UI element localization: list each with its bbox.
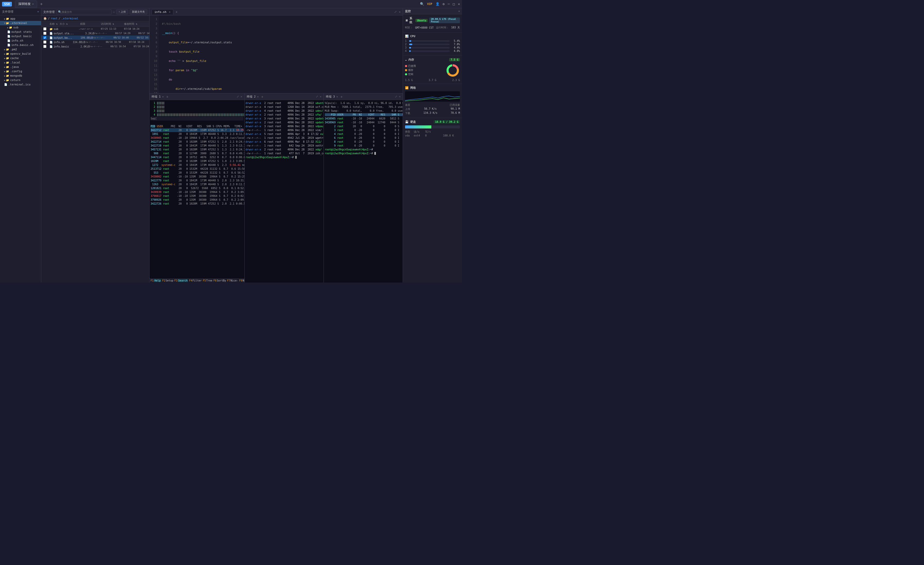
monitor-timezone-row: 时区： GMT+0800 CST 运行时间： 103 天 xyxy=(405,26,460,29)
term3-expand-icon[interactable]: ⤢ xyxy=(395,95,397,98)
editor-close-icon[interactable]: ✕ xyxy=(399,10,400,14)
path-xterminal[interactable]: .xterminal xyxy=(62,17,78,20)
close-btn[interactable]: ✕ xyxy=(458,2,460,6)
term1-expand-icon[interactable]: ⤢ xyxy=(237,95,239,98)
fkey-f5[interactable]: F5Tree xyxy=(203,279,212,282)
row-checkbox[interactable] xyxy=(44,32,46,35)
col-access[interactable]: 访问时间 ⇅ xyxy=(101,22,124,26)
sidebar-item-output-stats[interactable]: 📄 output stats xyxy=(0,30,41,34)
bookmark-icon[interactable]: ☆ xyxy=(113,11,115,14)
term3-dot[interactable]: × xyxy=(336,95,338,98)
row-checkbox[interactable] xyxy=(44,27,46,30)
term2-content[interactable]: drwxr-xr-x 2 root root 4096 Dec 28 2022 … xyxy=(244,100,324,282)
code-content[interactable]: #!/bin/bash __main() { output_file=~/.xt… xyxy=(159,15,403,93)
editor-tab-info-sh[interactable]: info.sh × xyxy=(152,9,173,15)
term3-add-btn[interactable]: + xyxy=(340,95,342,99)
tab-close-btn[interactable]: × xyxy=(32,3,34,5)
sidebar-item-mongodb[interactable]: ▶ 📁 mongodb xyxy=(0,74,41,78)
editor-expand-icon[interactable]: ⤢ xyxy=(394,10,397,14)
table-row[interactable]: 📄 info.sh 334.0BiB rw-r--r-- 08/16 16:56… xyxy=(41,40,149,44)
folder-open-icon: 📂 xyxy=(6,22,9,24)
col-name[interactable]: 名称 ⇅ xyxy=(50,22,60,26)
path-root[interactable]: root xyxy=(51,17,58,20)
monitor-title: 监控 xyxy=(405,9,411,13)
new-folder-btn[interactable]: 新建文件夹 xyxy=(130,9,147,15)
uptime-label: 运行时间： xyxy=(436,26,449,29)
row-checkbox[interactable] xyxy=(44,45,46,48)
term2-close-icon[interactable]: ✕ xyxy=(320,95,321,98)
fkey-f2[interactable]: F2Setup xyxy=(162,279,173,282)
col-modify[interactable]: 修改时间 ⇅ xyxy=(124,22,147,26)
editor-add-tab-btn[interactable]: + xyxy=(176,10,177,14)
sidebar-item-sub[interactable]: ▶ 📁 sub xyxy=(0,25,41,30)
sidebar-item-app[interactable]: ▶ 📁 app xyxy=(0,17,41,21)
sidebar-item-pm2[interactable]: ▶ 📁 .pm2 xyxy=(0,47,41,52)
sidebar-item-info-basic[interactable]: 📄 info.basic.sh xyxy=(0,43,41,47)
sidebar-item-info-sh[interactable]: 📄 info.sh xyxy=(0,38,41,43)
disk-read-header: 读/s xyxy=(414,130,424,134)
term1-close-icon[interactable]: ✕ xyxy=(240,95,242,98)
sidebar-add-btn[interactable]: + xyxy=(37,10,39,14)
upload-btn[interactable]: ↑ 上传 xyxy=(116,9,128,15)
fm-search-input[interactable] xyxy=(62,11,82,14)
mem-legend-cache: 缓存 xyxy=(405,68,443,72)
table-row[interactable]: 📄 output.sta... 3.2KiB rw-r--r-- 08/17 1… xyxy=(41,31,149,36)
mem-icon: ☁ xyxy=(405,58,407,62)
term3-header: 终端 3 × + ⤢ ✕ xyxy=(324,93,403,100)
row-checkbox[interactable] xyxy=(44,36,46,39)
monitor-close-btn[interactable]: × xyxy=(458,9,460,13)
sidebar-item-output-basic[interactable]: 📄 output basic xyxy=(0,34,41,38)
cpu-bar-3: 3 4.4% xyxy=(405,46,460,49)
sidebar-item-coturn[interactable]: ▶ 📁 coturn xyxy=(0,78,41,82)
cpu-fill-4 xyxy=(409,50,411,52)
sidebar-item-terminal-icu[interactable]: 📄 .terminal.icu xyxy=(0,82,41,87)
sidebar-item-local[interactable]: ▶ 📁 .local xyxy=(0,60,41,65)
table-row[interactable]: 📄 info.basic 2.0KiB rw-r--r-- 08/11 16:5… xyxy=(41,44,149,49)
fkey-f8[interactable]: F8Nice+ xyxy=(239,279,244,282)
fkey-f7[interactable]: F7Nice- xyxy=(227,279,238,282)
wifi-icon: 📶 xyxy=(405,86,409,90)
term1-content[interactable]: 1 ||||| 8.03 2 ||||| 9.53 3 ||||| xyxy=(150,100,244,278)
sidebar-item-label: info.sh xyxy=(11,39,23,42)
avatar-icon[interactable]: 👤 xyxy=(435,2,440,6)
maximize-btn[interactable]: □ xyxy=(453,2,455,6)
tab-add-btn[interactable]: + xyxy=(38,2,45,6)
cpu-bg-4 xyxy=(409,50,450,52)
term3-content[interactable]: %Cpu(s): 1.6 us, 1.6 sy, 0.0 ni, 96.8 id… xyxy=(324,100,403,282)
fkey-f6[interactable]: F6SortBy xyxy=(213,279,226,282)
term2-add-btn[interactable]: + xyxy=(261,95,263,99)
fm-search-box[interactable]: 🔍 xyxy=(56,9,112,15)
term1-add-btn[interactable]: + xyxy=(166,95,168,99)
main-tab[interactable]: 深圳转发 × xyxy=(15,0,37,8)
table-row[interactable]: 📄 output.ba... 199.0BiB rw-r--r-- 08/12 … xyxy=(41,36,149,40)
fkey-f4[interactable]: F4Filter xyxy=(189,279,202,282)
cpu-pct-1: 5.4% xyxy=(451,39,460,42)
term3-close-icon[interactable]: ✕ xyxy=(399,95,400,98)
mem-used-val: 1.5 G xyxy=(405,79,413,81)
sidebar-item-config[interactable]: ▶ 📁 .config xyxy=(0,69,41,74)
fkey-f1[interactable]: F1Help xyxy=(151,279,161,282)
term1-dot[interactable]: × xyxy=(162,95,164,98)
sidebar-item-xterminal[interactable]: ▼ 📂 .xterminal xyxy=(0,21,41,25)
sidebar-item-opencv[interactable]: ▶ 📁 opencv_build xyxy=(0,52,41,56)
settings-icon[interactable]: ⚙ xyxy=(442,2,445,6)
search-icon[interactable]: 🔍 xyxy=(420,2,424,6)
mem-cache-label: 缓存 xyxy=(408,68,413,72)
term2-expand-icon[interactable]: ⤢ xyxy=(316,95,318,98)
sidebar-item-cache[interactable]: ▶ 📁 cache xyxy=(0,56,41,60)
term2-dot[interactable]: × xyxy=(257,95,259,98)
speed-label: 速度 xyxy=(405,103,410,107)
sidebar-item-java[interactable]: ▶ 📁 .java xyxy=(0,65,41,69)
row-checkbox[interactable] xyxy=(44,41,46,44)
minimize-btn[interactable]: ─ xyxy=(448,2,450,6)
sidebar-item-label: output stats xyxy=(11,30,32,33)
tab-close-icon[interactable]: × xyxy=(169,11,170,14)
col-size[interactable]: 大小 ⇅ xyxy=(60,22,80,26)
disk-header-row: 类型 读/s 写/s xyxy=(405,130,460,134)
table-row[interactable]: 📁 sub - rwxr-xr-x 07/25 11:13 07/18 16:2… xyxy=(41,27,149,31)
folder-icon: 📁 xyxy=(6,70,9,73)
col-perm[interactable]: 权限 xyxy=(80,22,101,26)
os-version-badge: 20.04.5 LTS (Focal Fossa) xyxy=(429,18,460,23)
fkey-f3[interactable]: F3Search xyxy=(174,279,188,282)
term3-controls: ⤢ ✕ xyxy=(395,95,400,98)
